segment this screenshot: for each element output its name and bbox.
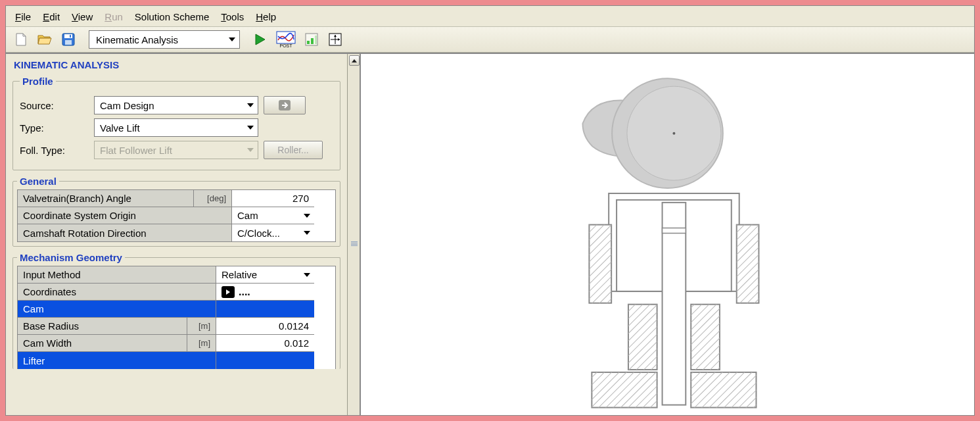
save-button[interactable] (58, 30, 78, 49)
chevron-down-icon (229, 37, 235, 41)
open-file-button[interactable] (35, 30, 55, 49)
type-dropdown[interactable]: Valve Lift (94, 118, 258, 137)
chevron-down-icon (247, 148, 254, 152)
toolbar: Kinematic Analysis POST (6, 27, 974, 53)
new-file-button[interactable] (11, 30, 31, 49)
analysis-mode-label: Kinematic Analysis (96, 34, 178, 45)
foll-type-dropdown: Flat Follower Lift (94, 141, 258, 159)
svg-point-16 (672, 132, 675, 135)
left-panel: KINEMATIC ANALYSIS Profile Source: Cam D… (6, 54, 348, 415)
svg-rect-32 (592, 372, 657, 408)
app-window: File Edit View Run Solution Scheme Tools… (5, 5, 975, 416)
coords-label: Coordinates (18, 284, 216, 301)
chevron-down-icon (304, 273, 310, 277)
svg-rect-28 (589, 225, 611, 303)
base-radius-unit: [m] (187, 318, 216, 335)
cam-width-value[interactable]: 0.012 (216, 335, 314, 352)
chart-icon (305, 33, 318, 46)
cam-rot-dropdown[interactable]: C/Clock... (232, 224, 314, 241)
open-folder-icon (37, 34, 52, 45)
chevron-down-icon (304, 214, 310, 218)
menu-file[interactable]: File (15, 11, 31, 22)
menu-solution-scheme[interactable]: Solution Scheme (135, 11, 209, 22)
svg-rect-3 (70, 35, 71, 37)
lifter-section-header: Lifter (18, 352, 216, 369)
roller-button: Roller... (264, 141, 323, 159)
coords-button[interactable]: .... (216, 284, 314, 301)
cam-width-unit: [m] (187, 335, 216, 352)
axes-icon (329, 33, 342, 46)
cam-width-label: Cam Width (18, 335, 187, 352)
new-file-icon (15, 33, 27, 46)
profile-group: Profile Source: Cam Design Type: Valve L… (12, 76, 340, 170)
scroll-up-button[interactable] (349, 55, 360, 66)
branch-angle-value[interactable]: 270 (232, 190, 314, 207)
cam-section-header: Cam (18, 301, 216, 318)
type-label: Type: (20, 122, 89, 134)
chart-button[interactable] (302, 30, 321, 49)
menu-run: Run (105, 11, 123, 22)
svg-rect-2 (65, 40, 72, 45)
source-dropdown[interactable]: Cam Design (94, 96, 258, 114)
splitter-grip-icon[interactable] (350, 232, 359, 251)
svg-rect-20 (663, 228, 686, 234)
profile-legend: Profile (20, 76, 56, 87)
svg-rect-1 (64, 34, 72, 38)
menubar: File Edit View Run Solution Scheme Tools… (6, 6, 974, 27)
content-area: KINEMATIC ANALYSIS Profile Source: Cam D… (6, 53, 974, 415)
run-button[interactable] (250, 30, 270, 49)
chevron-down-icon (247, 103, 254, 107)
coord-origin-label: Coordinate System Origin (18, 207, 232, 224)
svg-rect-29 (737, 225, 759, 303)
branch-angle-unit: [deg] (194, 190, 232, 207)
svg-rect-31 (691, 305, 720, 370)
svg-rect-9 (315, 36, 317, 44)
svg-rect-7 (307, 41, 310, 44)
model-viewport[interactable] (361, 54, 974, 415)
base-radius-label: Base Radius (18, 318, 187, 335)
mech-legend: Mechanism Geometry (17, 252, 125, 263)
save-icon (62, 33, 75, 46)
general-group: General Valvetrain(Branch) Angle [deg] 2… (12, 176, 340, 247)
post-button[interactable]: POST (274, 30, 298, 49)
cam-rot-label: Camshaft Rotation Direction (18, 224, 232, 241)
cam-model-drawing (361, 54, 974, 415)
branch-angle-label: Valvetrain(Branch) Angle (18, 190, 194, 207)
input-method-dropdown[interactable]: Relative (216, 266, 314, 284)
general-legend: General (17, 176, 59, 187)
menu-view[interactable]: View (72, 11, 93, 22)
chevron-down-icon (247, 126, 254, 130)
svg-rect-8 (311, 38, 314, 44)
menu-tools[interactable]: Tools (221, 11, 244, 22)
source-action-button[interactable] (264, 96, 306, 114)
coord-origin-dropdown[interactable]: Cam (232, 207, 314, 224)
source-label: Source: (20, 100, 89, 111)
panel-title: KINEMATIC ANALYSIS (10, 57, 343, 72)
menu-help[interactable]: Help (256, 11, 276, 22)
input-method-label: Input Method (18, 266, 216, 284)
analysis-mode-dropdown[interactable]: Kinematic Analysis (89, 30, 240, 49)
mech-group: Mechanism Geometry Input Method Relative… (12, 252, 340, 369)
foll-type-label: Foll. Type: (20, 145, 89, 156)
base-radius-value[interactable]: 0.0124 (216, 318, 314, 335)
play-icon (254, 33, 266, 46)
arrow-right-icon (222, 286, 235, 298)
post-icon: POST (276, 31, 296, 48)
svg-rect-30 (628, 305, 657, 370)
svg-text:POST: POST (279, 43, 292, 48)
axes-button[interactable] (325, 30, 345, 49)
menu-edit[interactable]: Edit (43, 11, 60, 22)
svg-rect-33 (691, 372, 756, 408)
general-grid: Valvetrain(Branch) Angle [deg] 270 Coord… (17, 189, 336, 242)
arrow-right-icon (277, 99, 292, 112)
panel-scrollbar[interactable] (348, 54, 361, 415)
chevron-down-icon (304, 231, 310, 235)
mech-grid: Input Method Relative Coordinates .... C… (17, 266, 336, 369)
